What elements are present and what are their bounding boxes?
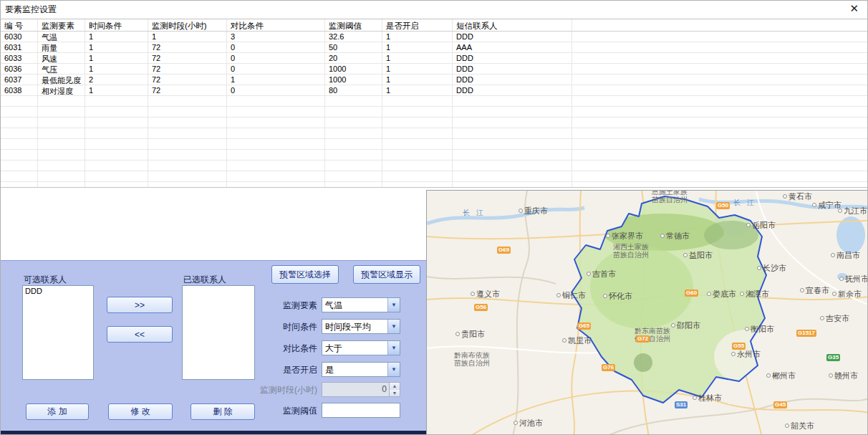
table-cell — [572, 53, 868, 63]
table-cell: 6033 — [1, 53, 38, 63]
table-cell: 6037 — [1, 75, 38, 85]
form-row-time-condition: 时间条件 时间段-平均 ▼ — [253, 319, 425, 334]
table-cell — [453, 96, 572, 106]
map-city-label: 怀化市 — [603, 292, 632, 300]
table-cell — [572, 171, 868, 181]
table-row-empty[interactable] — [1, 161, 868, 171]
table-cell — [382, 128, 453, 138]
spin-up-icon[interactable]: ▲ — [390, 383, 400, 390]
table-cell — [325, 107, 382, 117]
table-cell: 1 — [382, 32, 453, 42]
period-spinner[interactable]: 0 ▲▼ — [322, 382, 400, 397]
table-cell — [85, 161, 148, 171]
column-header[interactable]: 监测阈值 — [325, 19, 382, 31]
table-cell: 1 — [148, 32, 227, 42]
chevron-down-icon[interactable]: ▼ — [387, 298, 400, 312]
map-city-label: 贵阳市 — [455, 330, 485, 338]
add-button[interactable]: 添 加 — [26, 403, 89, 420]
table-cell — [38, 118, 85, 128]
threshold-input[interactable] — [322, 403, 400, 418]
table-row[interactable]: 6033风速1720201DDD — [1, 53, 868, 64]
table-cell — [572, 85, 868, 95]
move-right-button[interactable]: >> — [107, 297, 173, 313]
table-row-empty[interactable] — [1, 96, 868, 107]
column-header[interactable] — [572, 19, 868, 31]
time-condition-select[interactable]: 时间段-平均 ▼ — [322, 319, 400, 334]
compare-condition-select[interactable]: 大于 ▼ — [322, 340, 400, 355]
column-header[interactable]: 是否开启 — [382, 19, 453, 31]
selected-contacts-list[interactable] — [182, 285, 255, 380]
table-cell: DDD — [453, 64, 572, 74]
column-header[interactable]: 编 号 — [1, 19, 38, 31]
table-row-empty[interactable] — [1, 171, 868, 182]
table-cell: 6036 — [1, 64, 38, 74]
enabled-label: 是否开启 — [253, 364, 317, 376]
column-header[interactable]: 监测时段(小时) — [148, 19, 227, 31]
table-cell — [38, 96, 85, 106]
close-icon[interactable]: ✕ — [849, 3, 859, 14]
table-cell — [38, 107, 85, 117]
column-header[interactable]: 时间条件 — [85, 19, 148, 31]
table-cell — [325, 161, 382, 171]
table-row-empty[interactable] — [1, 150, 868, 161]
table-cell: 最低能见度 — [38, 75, 85, 85]
column-header[interactable]: 短信联系人 — [453, 19, 572, 31]
table-row[interactable]: 6030气温11332.61DDD — [1, 32, 868, 42]
element-monitor-settings-window: 要素监控设置 ✕ 编 号监测要素时间条件监测时段(小时)对比条件监测阈值是否开启… — [0, 0, 868, 435]
table-cell — [1, 182, 38, 188]
road-badge: G56 — [474, 304, 488, 311]
contacts-settings-panel: 可选联系人 DDD 已选联系人 >> << 预警区域选择 预警区域显示 监测要素… — [1, 260, 426, 431]
enabled-select[interactable]: 是 ▼ — [322, 362, 400, 377]
map-city-label: 赣州市 — [829, 371, 858, 380]
table-row-empty[interactable] — [1, 118, 868, 128]
table-cell — [572, 161, 868, 171]
table-row-empty[interactable] — [1, 139, 868, 150]
table-body: 6030气温11332.61DDD6031雨量1720501AAA6033风速1… — [1, 32, 868, 188]
table-row-empty[interactable] — [1, 107, 868, 118]
table-cell — [227, 161, 325, 171]
monitor-element-select[interactable]: 气温 ▼ — [322, 297, 400, 312]
monitor-element-label: 监测要素 — [253, 300, 317, 312]
spin-down-icon[interactable]: ▼ — [390, 390, 400, 397]
available-contacts-list[interactable]: DDD — [22, 285, 94, 380]
table-row-empty[interactable] — [1, 182, 868, 188]
table-cell: 相对湿度 — [38, 85, 85, 95]
column-header[interactable]: 对比条件 — [227, 19, 325, 31]
table-row[interactable]: 6037最低能见度272110001DDD — [1, 75, 868, 85]
table-cell — [325, 171, 382, 181]
map-city-label: 岳阳市 — [746, 221, 776, 229]
selected-contacts-label: 已选联系人 — [183, 274, 226, 286]
table-row[interactable]: 6036气压172010001DDD — [1, 64, 868, 75]
warning-area-display-button[interactable]: 预警区域显示 — [353, 265, 420, 284]
form-row-period: 监测时段(小时) 0 ▲▼ — [253, 382, 425, 397]
chevron-down-icon[interactable]: ▼ — [387, 320, 400, 333]
table-cell: 6030 — [1, 32, 38, 42]
map-city-label: 凯里市 — [562, 336, 592, 345]
table-row[interactable]: 6038相对湿度1720801DDD — [1, 85, 868, 96]
delete-button[interactable]: 删 除 — [191, 403, 255, 420]
table-cell — [38, 150, 85, 160]
table-cell — [148, 107, 227, 117]
list-item[interactable]: DDD — [23, 286, 93, 296]
table-cell — [148, 150, 227, 160]
table-cell — [572, 64, 868, 74]
table-cell — [572, 107, 868, 117]
table-cell — [85, 139, 148, 149]
table-row-empty[interactable] — [1, 128, 868, 139]
road-badge: G50 — [716, 202, 730, 209]
table-cell — [382, 182, 453, 188]
combo-value: 是 — [322, 363, 387, 376]
table-cell — [85, 107, 148, 117]
warning-area-map[interactable]: 重庆市咸宁市黄石市九江市岳阳市张家界市常德市恩施土家族 苗族自治州湘西土家族 苗… — [426, 190, 868, 435]
move-left-button[interactable]: << — [107, 326, 173, 343]
table-cell — [325, 182, 382, 188]
chevron-down-icon[interactable]: ▼ — [387, 363, 400, 376]
chevron-down-icon[interactable]: ▼ — [387, 341, 400, 355]
table-cell: 20 — [325, 53, 382, 63]
table-cell — [85, 150, 148, 160]
warning-area-select-button[interactable]: 预警区域选择 — [271, 265, 339, 284]
table-row[interactable]: 6031雨量1720501AAA — [1, 42, 868, 53]
monitor-table: 编 号监测要素时间条件监测时段(小时)对比条件监测阈值是否开启短信联系人 603… — [1, 19, 868, 188]
column-header[interactable]: 监测要素 — [38, 19, 85, 31]
modify-button[interactable]: 修 改 — [108, 403, 173, 420]
